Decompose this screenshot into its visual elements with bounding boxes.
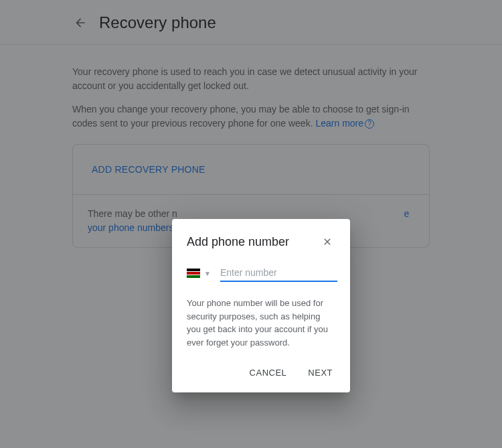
next-button[interactable]: NEXT [305, 364, 335, 382]
dialog-actions: CANCEL NEXT [187, 364, 335, 382]
add-phone-dialog: Add phone number ▼ Your phone number wil… [172, 219, 350, 392]
country-select[interactable]: ▼ [187, 269, 211, 278]
dialog-header: Add phone number [187, 234, 335, 250]
phone-input-row: ▼ [187, 265, 335, 282]
phone-number-input[interactable] [220, 265, 337, 282]
close-icon[interactable] [319, 234, 335, 250]
flag-kenya-icon [187, 269, 200, 278]
dialog-description: Your phone number will be used for secur… [187, 297, 335, 349]
dialog-title: Add phone number [187, 235, 289, 249]
modal-overlay: Add phone number ▼ Your phone number wil… [0, 0, 502, 448]
cancel-button[interactable]: CANCEL [247, 364, 290, 382]
chevron-down-icon: ▼ [204, 270, 211, 277]
